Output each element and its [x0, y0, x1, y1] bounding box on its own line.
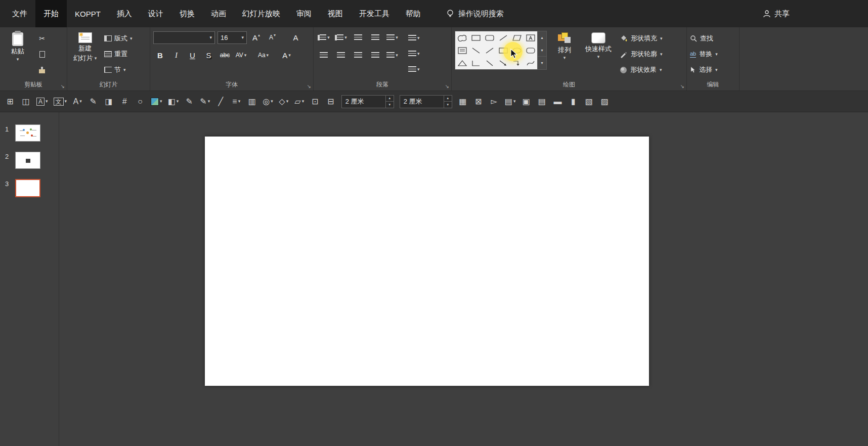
fill-bucket-icon[interactable]: ◧▾ — [168, 98, 179, 106]
tab-开始[interactable]: 开始 — [35, 0, 67, 27]
grid-tool-icon[interactable]: ▤▾ — [505, 98, 516, 106]
select-tool-icon[interactable]: ▻ — [489, 98, 499, 106]
shape-curve-connector[interactable] — [524, 57, 537, 69]
tab-视图[interactable]: 视图 — [320, 0, 351, 27]
tab-动画[interactable]: 动画 — [203, 0, 234, 27]
swap-position-icon[interactable]: ◫ — [21, 98, 31, 106]
paste-layout-icon[interactable]: ⊞ — [5, 98, 15, 106]
slide-thumbnail-item-2[interactable]: 2 — [0, 152, 59, 169]
shape-rectangle-1[interactable] — [469, 31, 483, 44]
tab-审阅[interactable]: 审阅 — [288, 0, 320, 27]
align-right-button[interactable] — [351, 49, 365, 62]
font-size-combobox[interactable]: 16 ▾ — [218, 31, 247, 44]
circle-tool-icon[interactable]: ○ — [135, 98, 145, 106]
align-text-button[interactable]: ▾ — [406, 47, 428, 60]
shape-fill-button[interactable]: 形状填充 ▾ — [620, 32, 663, 45]
shape-outline-button[interactable]: 形状轮廓 ▾ — [620, 48, 663, 61]
slide-thumbnail-1[interactable] — [15, 124, 40, 142]
slide-canvas[interactable] — [205, 137, 649, 386]
reset-button[interactable]: 重置 — [103, 48, 134, 61]
slide-thumbnail-2[interactable] — [15, 152, 40, 169]
height-spin-up[interactable]: ▴ — [444, 96, 452, 102]
textbox-tool-icon[interactable]: A▾ — [36, 98, 48, 106]
tab-开发工具[interactable]: 开发工具 — [351, 0, 398, 27]
color-swatch-icon[interactable]: ▾ — [151, 98, 162, 106]
tab-插入[interactable]: 插入 — [109, 0, 140, 27]
new-slide-button[interactable]: 新建 幻灯片 ▾ — [70, 31, 100, 79]
tab-切换[interactable]: 切换 — [171, 0, 203, 27]
group-tool-icon[interactable]: ▧ — [584, 98, 594, 106]
shape-effects-button[interactable]: 形状效果 ▾ — [620, 63, 663, 76]
font-name-combobox[interactable]: ▾ — [153, 31, 215, 44]
shape-rounded-rectangle-2[interactable] — [524, 44, 537, 57]
gallery-more-button[interactable]: ▾ — [538, 56, 546, 69]
arrange-button[interactable]: 排列 ▾ — [550, 31, 579, 79]
slide-thumbnail-3-selected[interactable] — [15, 179, 40, 197]
shape-line-up[interactable] — [483, 44, 496, 57]
share-button[interactable]: 共享 — [763, 0, 790, 27]
table-tool-icon[interactable]: ▦ — [458, 98, 468, 106]
dialog-launcher-icon[interactable]: ↘ — [680, 84, 684, 89]
grow-font-button[interactable]: A ▴ — [249, 31, 263, 44]
shape-elbow[interactable] — [469, 57, 483, 69]
shape-placeholder-frame[interactable] — [455, 44, 469, 57]
distribute-h-icon[interactable]: ▬ — [552, 98, 562, 106]
shrink-font-button[interactable]: A ▾ — [266, 31, 279, 44]
tab-KOPPT[interactable]: KOPPT — [67, 0, 109, 27]
bullets-button[interactable]: ▾ — [317, 31, 330, 44]
change-case-button[interactable]: Aa ▾ — [256, 49, 270, 62]
shape-line-diagonal[interactable] — [496, 31, 510, 44]
shape-line-2[interactable] — [483, 57, 496, 69]
select-button[interactable]: 选择 ▾ — [690, 63, 718, 76]
text-direction-button[interactable]: ▾ — [406, 31, 428, 44]
ungroup-tool-icon[interactable]: ▨ — [599, 98, 610, 106]
shape-width-spinner[interactable]: 2 厘米 ▴ ▾ — [341, 95, 394, 108]
layout-button[interactable]: 版式 ▾ — [103, 32, 134, 45]
line-spacing-button[interactable]: ▾ — [385, 31, 399, 44]
tab-文件[interactable]: 文件 — [4, 0, 35, 27]
shape-line-down[interactable] — [469, 44, 483, 57]
gallery-scroll-up[interactable]: ▴ — [538, 31, 546, 44]
send-back-icon[interactable]: ⊟ — [326, 98, 336, 106]
align-objects-icon[interactable]: ≡▾ — [231, 98, 241, 106]
text-tool-icon[interactable]: 文▾ — [54, 98, 67, 106]
brush-tool-icon[interactable]: ✎ — [88, 98, 98, 106]
tab-设计[interactable]: 设计 — [140, 0, 171, 27]
shape-rounded-rectangle-1[interactable] — [483, 31, 496, 44]
text-shadow-button[interactable]: S — [202, 49, 215, 62]
edit-pen-icon[interactable]: ✎▾ — [200, 98, 210, 106]
paste-button[interactable]: 粘贴 ▾ — [3, 31, 32, 79]
dialog-launcher-icon[interactable]: ↘ — [445, 84, 449, 89]
decrease-indent-button[interactable] — [351, 31, 365, 44]
format-painter-button[interactable] — [35, 63, 49, 76]
tab-幻灯片放映[interactable]: 幻灯片放映 — [234, 0, 288, 27]
dialog-launcher-icon[interactable]: ↘ — [61, 84, 65, 89]
slide-thumbnail-item-3[interactable]: 3 — [0, 179, 59, 197]
justify-button[interactable] — [368, 49, 382, 62]
copy-button[interactable] — [35, 48, 49, 61]
clear-formatting-button[interactable]: A — [289, 31, 302, 44]
shape-text-box[interactable] — [524, 31, 537, 44]
align-left-objects-icon[interactable]: ▣ — [521, 98, 531, 106]
italic-button[interactable]: I — [169, 49, 183, 62]
merge-shapes-icon[interactable]: ◎▾ — [263, 98, 273, 106]
align-center-button[interactable] — [334, 49, 348, 62]
dialog-launcher-icon[interactable]: ↘ — [307, 84, 311, 89]
convert-smartart-button[interactable]: ▾ — [406, 63, 428, 76]
tab-帮助[interactable]: 帮助 — [398, 0, 429, 27]
shape-triangle[interactable] — [455, 57, 469, 69]
pen-tool-icon[interactable]: ✎ — [184, 98, 194, 106]
strikethrough-button[interactable]: abc — [218, 49, 232, 62]
find-button[interactable]: 查找 — [690, 32, 718, 45]
height-spin-down[interactable]: ▾ — [444, 102, 452, 108]
tell-me-search[interactable]: 操作说明搜索 — [446, 0, 504, 27]
slide-thumbnail-item-1[interactable]: 1 — [0, 124, 59, 142]
font-color-button[interactable]: A ▾ — [280, 49, 293, 62]
columns-button[interactable]: ▾ — [385, 49, 399, 62]
width-spin-down[interactable]: ▾ — [386, 102, 394, 108]
delete-tool-icon[interactable]: ⊠ — [473, 98, 484, 106]
eyedropper-icon[interactable]: ╱ — [215, 98, 226, 106]
hash-tool-icon[interactable]: # — [119, 98, 129, 106]
underline-button[interactable]: U — [186, 49, 199, 62]
character-spacing-button[interactable]: AV ▾ — [234, 49, 248, 62]
